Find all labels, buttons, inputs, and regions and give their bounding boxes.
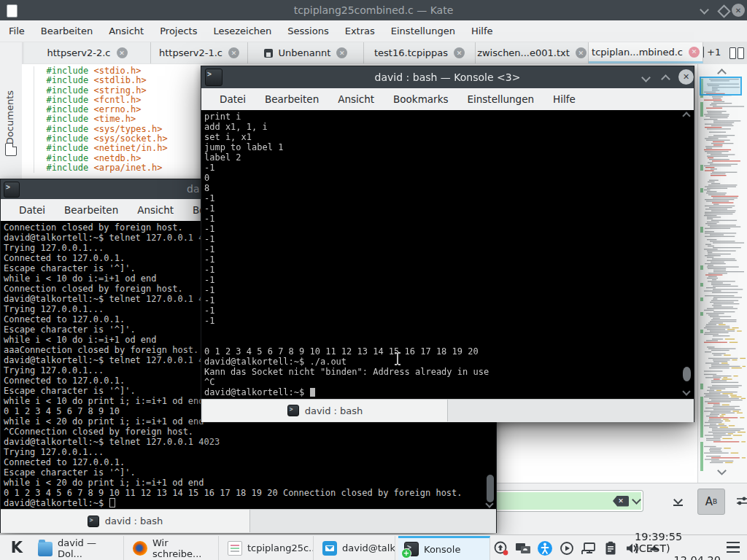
kate-tab-1[interactable]: httpserv2-2.c✕	[24, 42, 151, 63]
tab-label: test16.tcpippas	[374, 47, 448, 58]
code-line: #include <stdlib.h>	[34, 76, 168, 85]
clock-time: 19:39:55 (CEST)	[635, 531, 721, 554]
clear-search-icon[interactable]: ✕	[613, 496, 629, 507]
scroll-up-icon[interactable]	[682, 112, 690, 120]
menu-item-projects[interactable]: Projects	[160, 26, 197, 36]
display-icon[interactable]	[515, 540, 531, 556]
clock[interactable]: 19:39:55 (CEST) 12.04.20	[635, 536, 721, 560]
taskbar: K david — Dol...Wir schreibe...tcpiplang…	[0, 534, 747, 560]
find-next-button[interactable]	[667, 490, 689, 512]
kate-tab-2[interactable]: httpserv2-1.c✕	[151, 42, 248, 63]
menu-item-bearbeiten[interactable]: Bearbeiten	[64, 204, 118, 216]
menu-item-hilfe[interactable]: Hilfe	[471, 26, 493, 36]
konsole-titlebar[interactable]: > david : bash — Konsole <3> ✕	[201, 66, 694, 88]
konsole-menubar: DateiBearbeitenAnsichtBookmarksEinstellu…	[201, 88, 694, 110]
documents-icon[interactable]	[5, 143, 17, 156]
task-button-dolphin[interactable]: david — Dol...	[32, 536, 124, 560]
dolphin-icon	[38, 542, 53, 556]
tab-david-bash[interactable]: > david : bash	[203, 400, 448, 421]
menu-item-einstellungen[interactable]: Einstellungen	[391, 26, 455, 36]
menu-item-bearbeiten[interactable]: Bearbeiten	[41, 26, 93, 36]
terminal-icon: >	[88, 516, 99, 527]
tab-close-icon[interactable]: ✕	[117, 47, 128, 58]
sidebar-item-documents[interactable]: Documents	[4, 90, 15, 144]
network-icon[interactable]	[581, 540, 597, 556]
modified-document-icon	[264, 49, 273, 58]
tab-close-icon[interactable]: ✕	[228, 47, 239, 58]
code-line: #include <netinet/in.h>	[34, 144, 168, 153]
panel-menu-icon[interactable]	[727, 542, 740, 553]
menu-item-ansicht[interactable]: Ansicht	[109, 26, 144, 36]
menu-item-hilfe[interactable]: Hilfe	[553, 93, 576, 105]
menu-item-lesezeichen[interactable]: Lesezeichen	[213, 26, 271, 36]
media-player-icon[interactable]	[559, 540, 575, 556]
accessibility-icon[interactable]	[537, 540, 553, 556]
task-button-firefox[interactable]: Wir schreibe...	[127, 536, 219, 560]
tab-david-bash[interactable]: > david : bash	[1, 510, 250, 532]
minimap-canvas	[700, 77, 746, 515]
task-label: tcpiplang25c...	[247, 542, 314, 553]
kate-titlebar[interactable]: tcpiplang25combined.c — Kate ✕	[0, 0, 747, 20]
tab-label: zwischen...e001.txt	[477, 47, 570, 58]
code-view: #include <stdio.h> #include <stdlib.h> #…	[34, 66, 168, 173]
clipboard-icon[interactable]	[603, 540, 619, 556]
konsole-close-icon[interactable]: ✕	[678, 69, 694, 85]
software-update-icon[interactable]	[493, 540, 509, 556]
menu-item-file[interactable]: File	[9, 26, 25, 36]
kate-close-icon[interactable]: ✕	[732, 4, 745, 17]
match-case-button[interactable]: AB	[697, 489, 725, 515]
kate-menubar: FileBearbeitenAnsichtProjectsLesezeichen…	[0, 20, 747, 42]
mail-icon	[322, 541, 337, 556]
scrollbar-thumb[interactable]	[487, 475, 494, 502]
konsole-icon: >	[404, 542, 419, 556]
menu-item-ansicht[interactable]: Ansicht	[137, 204, 174, 216]
menu-item-datei[interactable]: Datei	[19, 204, 45, 216]
terminal-icon: >	[287, 405, 299, 416]
terminal-icon: >	[4, 182, 20, 198]
kde-launcher-icon[interactable]: K	[7, 538, 26, 557]
task-label: david — Dol...	[58, 537, 123, 559]
split-view-icon[interactable]	[729, 47, 744, 59]
konsole-window-title: david : bash — Konsole <3>	[201, 71, 694, 83]
code-line: #include <stdio.h>	[34, 66, 168, 76]
konsole-front-window: > david : bash — Konsole <3> ✕ DateiBear…	[201, 66, 694, 422]
kate-icon	[228, 541, 242, 556]
menu-item-extras[interactable]: Extras	[345, 26, 375, 36]
tab-label: Unbenannt	[279, 47, 331, 58]
tab-close-icon[interactable]: ✕	[689, 47, 700, 58]
minimap-view-indicator[interactable]	[700, 77, 742, 96]
task-button-kate[interactable]: tcpiplang25c...	[222, 536, 314, 560]
scroll-down-icon[interactable]	[682, 387, 690, 395]
menu-item-bookmarks[interactable]: Bookmarks	[393, 93, 448, 105]
konsole-back-title: da	[187, 183, 199, 195]
code-line: #include <time.h>	[34, 114, 168, 124]
search-dropdown-icon[interactable]	[632, 495, 641, 505]
tab-close-icon[interactable]: ✕	[576, 47, 587, 58]
scrollbar-thumb[interactable]	[683, 367, 691, 381]
task-button-konsole[interactable]: >Konsole	[398, 536, 490, 560]
menu-item-datei[interactable]: Datei	[220, 93, 246, 105]
code-line: #include <arpa/inet.h>	[34, 163, 168, 173]
kate-tab-6[interactable]: tcpiplan...mbined.c✕	[589, 42, 703, 63]
firefox-icon	[133, 541, 147, 556]
code-line: #include <fcntl.h>	[34, 96, 168, 105]
tab-label: tcpiplan...mbined.c	[592, 47, 683, 58]
menu-item-ansicht[interactable]: Ansicht	[338, 93, 374, 105]
kate-tabbar: +1 httpserv2-2.c✕httpserv2-1.c✕Unbenannt…	[0, 42, 747, 65]
kate-tab-5[interactable]: zwischen...e001.txt✕	[476, 42, 589, 63]
search-input[interactable]: ✕	[492, 490, 643, 512]
task-button-mail[interactable]: david@talko...	[317, 536, 395, 560]
kate-tab-3[interactable]: Unbenannt✕	[248, 42, 364, 63]
desktop: tcpiplang25combined.c — Kate ✕ FileBearb…	[0, 0, 747, 560]
menu-item-einstellungen[interactable]: Einstellungen	[468, 93, 535, 105]
tab-close-icon[interactable]: ✕	[454, 47, 465, 58]
tab-close-icon[interactable]: ✕	[336, 47, 347, 58]
kate-minimap-scrollbar[interactable]	[697, 64, 747, 483]
menu-item-sessions[interactable]: Sessions	[287, 26, 328, 36]
kate-tab-4[interactable]: test16.tcpippas✕	[364, 42, 476, 63]
menu-item-bearbeiten[interactable]: Bearbeiten	[265, 93, 319, 105]
search-options-icon[interactable]	[731, 490, 747, 512]
terminal-cursor	[310, 388, 315, 397]
konsole-screen[interactable]: print i add x1, 1, i set i, x1 jump to l…	[201, 110, 694, 399]
task-label: david@talko...	[342, 542, 395, 553]
